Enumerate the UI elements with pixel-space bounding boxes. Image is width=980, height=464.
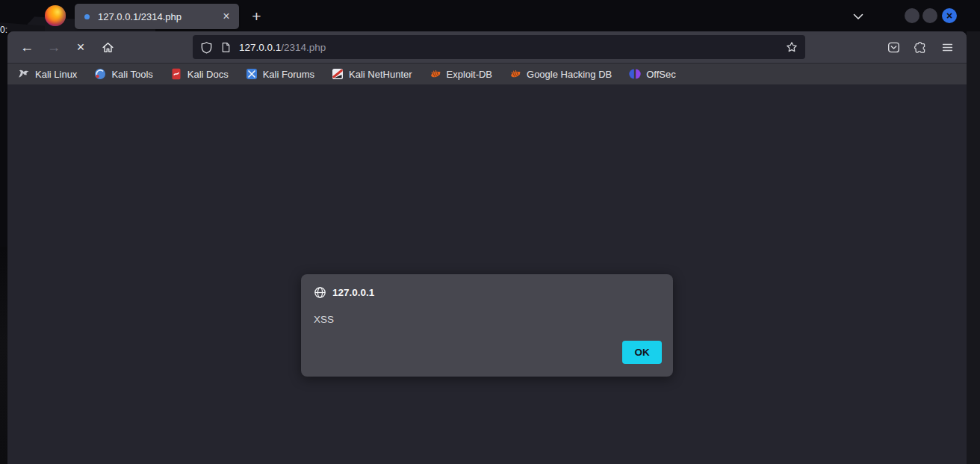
- kali-forums-icon: [246, 68, 258, 80]
- bookmark-exploit-db[interactable]: Exploit-DB: [429, 68, 492, 80]
- bug-icon: [429, 68, 441, 80]
- stop-button[interactable]: ×: [69, 35, 93, 59]
- bookmark-offsec[interactable]: OffSec: [629, 68, 676, 80]
- list-all-tabs-button[interactable]: [849, 7, 867, 25]
- globe-icon: [314, 286, 326, 299]
- bookmark-kali-tools[interactable]: Kali Tools: [94, 68, 152, 80]
- bug-icon: [509, 68, 521, 80]
- browser-tab[interactable]: 127.0.0.1/2314.php ×: [75, 4, 239, 29]
- bookmark-kali-nethunter[interactable]: Kali NetHunter: [332, 68, 412, 80]
- bookmark-kali-forums[interactable]: Kali Forums: [246, 68, 314, 80]
- kali-tools-icon: [94, 68, 106, 80]
- bookmark-label: Google Hacking DB: [527, 69, 612, 80]
- bookmark-star-icon[interactable]: [786, 41, 798, 53]
- alert-ok-button[interactable]: OK: [622, 341, 662, 364]
- bookmark-kali-linux[interactable]: Kali Linux: [18, 68, 77, 80]
- back-button[interactable]: ←: [15, 35, 39, 59]
- browser-window: ← → × 127.0.0.1/2314.php: [7, 31, 967, 464]
- maximize-button[interactable]: [922, 8, 937, 23]
- page-info-icon[interactable]: [220, 42, 232, 53]
- back-icon: ←: [20, 40, 34, 55]
- tab-favicon-dot-icon: [84, 14, 90, 19]
- wallpaper-shape: [0, 247, 7, 464]
- bookmark-label: OffSec: [646, 69, 676, 80]
- bookmark-label: Kali Docs: [187, 69, 229, 80]
- tab-close-icon[interactable]: ×: [218, 8, 235, 25]
- bookmark-label: Exploit-DB: [447, 69, 492, 80]
- close-window-icon: ×: [946, 10, 952, 22]
- minimize-button[interactable]: [905, 8, 919, 23]
- firefox-logo-icon: [45, 5, 66, 26]
- extensions-puzzle-icon: [914, 41, 927, 54]
- close-window-button[interactable]: ×: [942, 8, 957, 23]
- extensions-button[interactable]: [908, 35, 932, 59]
- url-path: /2314.php: [281, 42, 326, 53]
- page-content: 127.0.0.1 XSS OK: [7, 84, 967, 464]
- kali-nethunter-icon: [332, 68, 344, 80]
- forward-button[interactable]: →: [42, 35, 66, 59]
- alert-origin: 127.0.0.1: [332, 287, 374, 298]
- toolbar-right-icons: [881, 35, 959, 59]
- offsec-icon: [629, 68, 641, 80]
- save-to-pocket-button[interactable]: [881, 35, 905, 59]
- forward-icon: →: [47, 40, 61, 55]
- menu-hamburger-icon: [941, 41, 954, 54]
- app-menu-button[interactable]: [935, 35, 959, 59]
- kali-desktop: { "desktop": { "clock_fragment": "0:" },…: [0, 0, 980, 464]
- tracking-shield-icon[interactable]: [200, 41, 213, 54]
- tab-title: 127.0.0.1/2314.php: [98, 11, 218, 22]
- bookmark-label: Kali Forums: [263, 69, 314, 80]
- bookmark-kali-docs[interactable]: Kali Docs: [170, 68, 229, 80]
- bookmark-label: Kali NetHunter: [349, 69, 412, 80]
- kali-dragon-icon: [18, 68, 30, 80]
- alert-dialog-header: 127.0.0.1: [314, 286, 660, 299]
- titlebar: 127.0.0.1/2314.php × + ×: [0, 0, 980, 31]
- navigation-toolbar: ← → × 127.0.0.1/2314.php: [7, 31, 967, 63]
- alert-dialog: 127.0.0.1 XSS OK: [301, 274, 673, 377]
- save-to-pocket-icon: [887, 41, 900, 54]
- bookmarks-bar: Kali Linux Kali Tools Kali Docs Kali For…: [7, 63, 967, 84]
- desktop-edge: [967, 31, 980, 464]
- bookmark-google-hacking-db[interactable]: Google Hacking DB: [509, 68, 612, 80]
- stop-icon: ×: [77, 40, 85, 55]
- url-bar[interactable]: 127.0.0.1/2314.php: [193, 35, 805, 59]
- chevron-down-icon: [853, 13, 863, 20]
- bookmark-label: Kali Linux: [35, 69, 77, 80]
- url-host: 127.0.0.1: [239, 42, 281, 53]
- kali-docs-icon: [170, 68, 182, 80]
- home-button[interactable]: [96, 35, 120, 59]
- home-icon: [102, 41, 114, 54]
- bookmark-label: Kali Tools: [111, 69, 152, 80]
- alert-message: XSS: [314, 314, 660, 325]
- new-tab-button[interactable]: +: [246, 6, 267, 26]
